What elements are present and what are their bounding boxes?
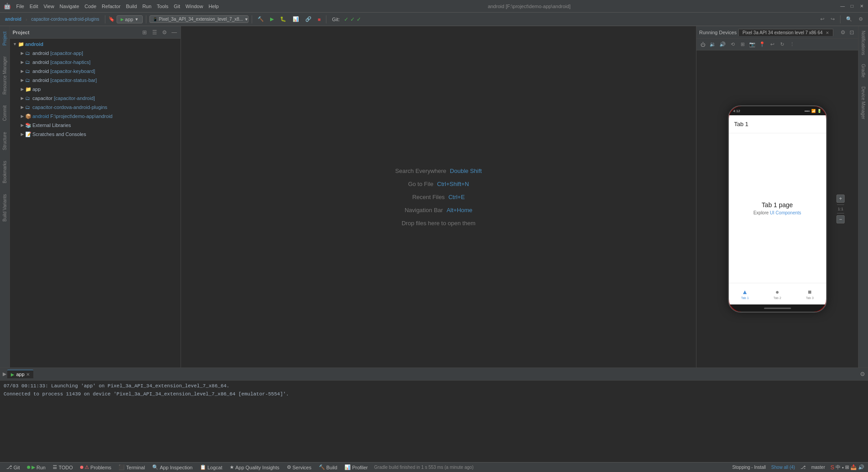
menu-git[interactable]: Git (174, 4, 180, 9)
tree-item-capacitor-cordova[interactable]: ▶ 🗂 capacitor-cordova-android-plugins (10, 103, 181, 112)
sidebar-item-build-variants[interactable]: Build Variants (1, 189, 8, 227)
back-button[interactable]: ↩ (768, 40, 777, 49)
status-tab-terminal[interactable]: ⬛ Terminal (116, 464, 148, 471)
status-tab-todo[interactable]: ☰ TODO (50, 464, 76, 471)
close-button[interactable]: ✕ (859, 3, 864, 9)
menu-code[interactable]: Code (85, 4, 96, 9)
debug-button[interactable]: 🐛 (278, 15, 289, 23)
volume-down-button[interactable]: 🔉 (708, 40, 717, 49)
tree-item-android-path[interactable]: ▶ 📦 android F:\project\demo-app\android (10, 112, 181, 121)
tree-item-scratches[interactable]: ▶ 📝 Scratches and Consoles (10, 130, 181, 139)
app-selector[interactable]: ▶ app ▼ (117, 15, 143, 23)
status-tab-services[interactable]: ⚙ Services (284, 464, 314, 471)
window-controls[interactable]: — □ ✕ (840, 3, 864, 9)
fold-button[interactable]: ⊞ (738, 40, 747, 49)
notifications-label[interactable]: Notifications (861, 31, 866, 55)
redo-button[interactable]: ↪ (828, 15, 837, 23)
tree-item-capacitor-android[interactable]: ▶ 🗂 capacitor [capacitor-android] (10, 94, 181, 103)
tree-item-capacitor-app[interactable]: ▶ 🗂 android [capacitor-app] (10, 49, 181, 58)
menu-build[interactable]: Build (126, 4, 137, 9)
menu-edit[interactable]: Edit (30, 4, 38, 9)
tray-icon-3[interactable]: • (842, 465, 844, 470)
gradle-label[interactable]: Gradle (861, 64, 866, 77)
tray-icon-4[interactable]: ⊞ (845, 464, 849, 470)
menu-help[interactable]: Help (208, 4, 219, 9)
tree-item-capacitor-keyboard[interactable]: ▶ 🗂 android [capacitor-keyboard] (10, 67, 181, 76)
panel-collapse-button[interactable]: ☰ (151, 29, 158, 36)
tree-item-capacitor-status-bar[interactable]: ▶ 🗂 android [capacitor-status-bar] (10, 76, 181, 85)
tray-icon-2[interactable]: 中 (836, 464, 841, 471)
sidebar-item-bookmarks[interactable]: Bookmarks (1, 155, 8, 189)
search-everywhere-button[interactable]: 🔍 (844, 15, 854, 23)
run-tab[interactable]: ▶ app ✕ (7, 370, 33, 378)
more-button[interactable]: ⋮ (787, 40, 796, 49)
volume-up-button[interactable]: 🔊 (718, 40, 727, 49)
undo-button[interactable]: ↩ (818, 15, 827, 23)
attach-button[interactable]: 🔗 (303, 15, 314, 23)
menu-navigate[interactable]: Navigate (59, 4, 79, 9)
toolbar-plugin-label[interactable]: capacitor-cordova-android-plugins (29, 16, 101, 23)
phone-nav-tab1[interactable]: ▲ Tab 1 (741, 288, 749, 300)
status-tab-logcat[interactable]: 📋 Logcat (197, 464, 225, 471)
status-tab-git[interactable]: ⎇ Git (4, 464, 23, 471)
phone-nav-tab3[interactable]: ■ Tab 3 (806, 288, 814, 300)
profile-button[interactable]: 📊 (290, 15, 301, 23)
device-tab[interactable]: Pixel 3a API 34 extension level 7 x86 64… (738, 29, 833, 36)
git-branch-label[interactable]: master (811, 465, 825, 470)
zoom-minus-button[interactable]: − (836, 215, 845, 223)
location-button[interactable]: 📍 (758, 40, 767, 49)
power-button[interactable]: ⏻ (698, 40, 707, 49)
device-manager-label[interactable]: Device Manager (861, 86, 866, 119)
tree-item-external-libs[interactable]: ▶ 📚 External Libraries (10, 121, 181, 130)
sidebar-item-structure[interactable]: Structure (1, 127, 8, 156)
emulator-settings-button[interactable]: ⚙ (839, 29, 846, 36)
menu-run[interactable]: Run (142, 4, 151, 9)
tray-icon-1[interactable]: S (830, 464, 834, 471)
stop-button[interactable]: ■ (316, 16, 323, 23)
menu-view[interactable]: View (44, 4, 54, 9)
phone-nav-tab2[interactable]: ● Tab 2 (773, 288, 781, 300)
shortcut-label: Drop files here to open them (402, 220, 475, 227)
status-tab-problems[interactable]: ⚠ Problems (77, 464, 114, 471)
minimize-button[interactable]: — (840, 3, 845, 9)
menu-tools[interactable]: Tools (157, 4, 168, 9)
rotate-button[interactable]: ⟲ (728, 40, 737, 49)
panel-expand-button[interactable]: ⊞ (141, 29, 148, 36)
tray-icon-5[interactable]: 📥 (850, 464, 857, 470)
tree-item-app[interactable]: ▶ 📁 app (10, 85, 181, 94)
status-tab-build[interactable]: 🔨 Build (316, 464, 340, 471)
emulator-maximize-button[interactable]: ⊡ (848, 29, 855, 36)
status-tab-app-inspection[interactable]: 🔍 App Inspection (149, 464, 195, 471)
settings-button[interactable]: ⚙ (856, 15, 865, 23)
make-button[interactable]: 🔨 (255, 15, 266, 23)
panel-close-button[interactable]: — (171, 29, 178, 36)
menu-file[interactable]: File (16, 4, 24, 9)
sidebar-item-commit[interactable]: Commit (1, 100, 8, 126)
tree-label: android F:\project\demo-app\android (32, 113, 113, 119)
menu-refactor[interactable]: Refactor (102, 4, 121, 9)
device-selector[interactable]: 📱 Pixel_3a_API_34_extension_level_7_x8..… (149, 15, 249, 23)
bottom-settings-button[interactable]: ⚙ (860, 371, 865, 377)
services-tab-label: Services (293, 465, 312, 470)
tree-item-android-root[interactable]: ▼ 📁 android (10, 40, 181, 49)
app-quality-icon: ★ (230, 464, 234, 470)
status-tab-app-quality[interactable]: ★ App Quality Insights (227, 464, 282, 471)
status-tab-run[interactable]: ▶ Run (24, 464, 48, 471)
panel-gear-button[interactable]: ⚙ (161, 29, 168, 36)
show-all-button[interactable]: Show all (4) (771, 465, 795, 470)
sidebar-item-project[interactable]: Project (1, 26, 8, 51)
run-button[interactable]: ▶ (268, 15, 276, 23)
menu-window[interactable]: Window (185, 4, 203, 9)
device-tab-close[interactable]: ✕ (826, 31, 829, 35)
refresh-button[interactable]: ↻ (778, 40, 787, 49)
screenshot-button[interactable]: 📷 (748, 40, 757, 49)
sidebar-item-resource-manager[interactable]: Resource Manager (1, 51, 8, 100)
tray-icon-6[interactable]: 🔊 (858, 464, 864, 470)
zoom-plus-button[interactable]: + (836, 195, 845, 203)
menu-bar[interactable]: File Edit View Navigate Code Refactor Bu… (16, 4, 219, 9)
status-tab-profiler[interactable]: 📊 Profiler (342, 464, 371, 471)
restore-button[interactable]: □ (849, 3, 855, 9)
tree-item-capacitor-haptics[interactable]: ▶ 🗂 android [capacitor-haptics] (10, 58, 181, 67)
shortcut-key: Ctrl+Shift+N (437, 181, 469, 187)
run-tab-close[interactable]: ✕ (26, 372, 30, 377)
